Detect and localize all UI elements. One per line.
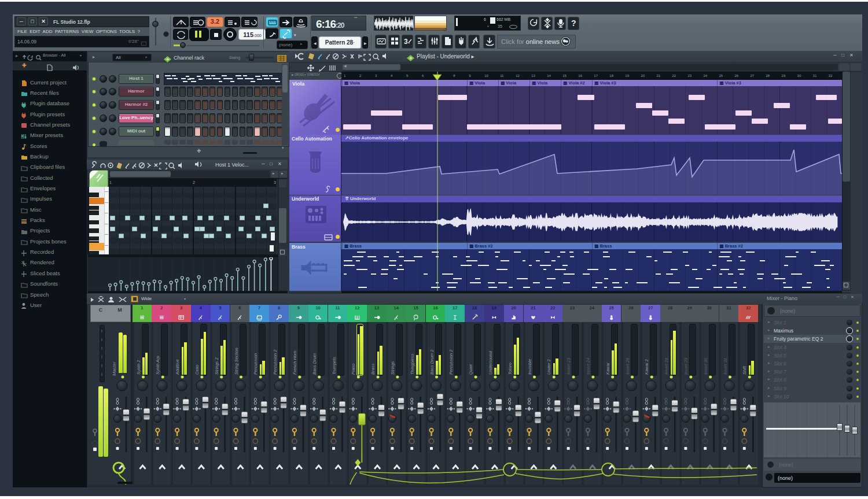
svg-text:3: 3 [404, 38, 408, 46]
svg-text:?: ? [571, 19, 576, 28]
